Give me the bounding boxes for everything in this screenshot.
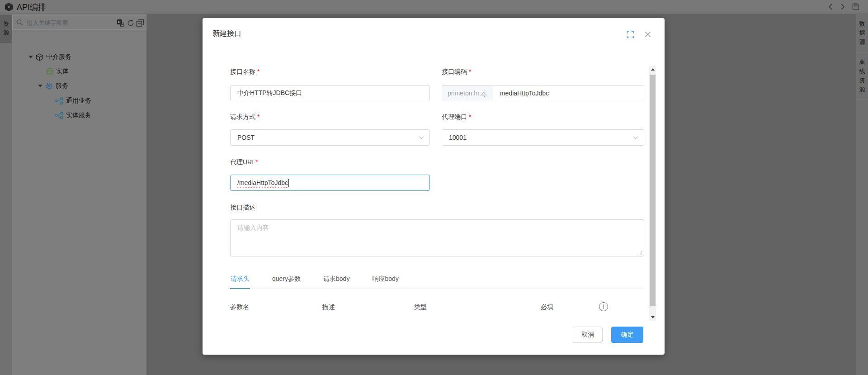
plus-circle-icon[interactable] bbox=[599, 302, 608, 311]
chevron-down-icon bbox=[419, 136, 424, 140]
required-mark: * bbox=[255, 158, 258, 166]
text-cursor bbox=[288, 179, 289, 187]
api-code-label: 接口编码* bbox=[442, 68, 471, 76]
scroll-down-icon[interactable] bbox=[649, 313, 656, 321]
dialog-title: 新建接口 bbox=[212, 29, 241, 38]
app-window: API编排 资 源 输入关键字搜索 bbox=[0, 0, 868, 375]
required-mark: * bbox=[469, 68, 471, 75]
api-description-label: 接口描述 bbox=[230, 204, 255, 212]
request-method-select[interactable]: POST bbox=[230, 129, 430, 146]
tab-request-body[interactable]: 请求body bbox=[323, 272, 350, 289]
required-mark: * bbox=[469, 113, 471, 120]
api-code-input[interactable]: mediaHttpToJdbc bbox=[493, 85, 644, 101]
close-icon[interactable] bbox=[644, 31, 651, 38]
col-description: 描述 bbox=[322, 303, 335, 311]
col-param-name: 参数名 bbox=[230, 303, 249, 311]
required-mark: * bbox=[257, 113, 259, 120]
col-type: 类型 bbox=[414, 303, 427, 311]
col-required: 必填 bbox=[541, 303, 553, 311]
api-name-input[interactable]: 中介HTTP转JDBC接口 bbox=[230, 85, 430, 101]
tab-request-header[interactable]: 请求头 bbox=[230, 272, 250, 289]
api-description-textarea[interactable]: 请输入内容 bbox=[230, 219, 644, 256]
chevron-down-icon bbox=[633, 136, 638, 140]
required-mark: * bbox=[257, 68, 259, 75]
scrollbar-thumb[interactable] bbox=[650, 75, 656, 306]
tab-response-body[interactable]: 响应body bbox=[372, 272, 399, 289]
param-tabs: 请求头 query参数 请求body 响应body bbox=[230, 272, 644, 289]
new-api-dialog: 新建接口 接口名称* 中介HTTP转JDBC接口 接口编码* primeton.… bbox=[203, 18, 665, 355]
request-method-label: 请求方式* bbox=[230, 113, 259, 121]
api-code-input-group: primeton.hr.zj. mediaHttpToJdbc bbox=[442, 85, 644, 101]
modal-scrollbar[interactable] bbox=[649, 66, 656, 321]
proxy-uri-label: 代理URI* bbox=[230, 158, 258, 166]
api-name-label: 接口名称* bbox=[230, 68, 259, 76]
proxy-uri-input[interactable]: /mediaHttpToJdbc bbox=[230, 175, 430, 191]
cancel-button[interactable]: 取消 bbox=[573, 327, 603, 343]
param-table-header: 参数名 描述 类型 必填 bbox=[230, 301, 644, 315]
ok-button[interactable]: 确定 bbox=[611, 327, 643, 343]
scroll-up-icon[interactable] bbox=[649, 66, 656, 73]
proxy-port-select[interactable]: 10001 bbox=[442, 129, 644, 146]
resize-handle-icon[interactable] bbox=[638, 251, 643, 255]
tab-query-params[interactable]: query参数 bbox=[272, 272, 301, 289]
proxy-port-label: 代理端口* bbox=[442, 113, 471, 121]
api-code-prefix: primeton.hr.zj. bbox=[442, 85, 493, 101]
textarea-placeholder: 请输入内容 bbox=[237, 224, 269, 231]
fullscreen-icon[interactable] bbox=[627, 31, 634, 38]
